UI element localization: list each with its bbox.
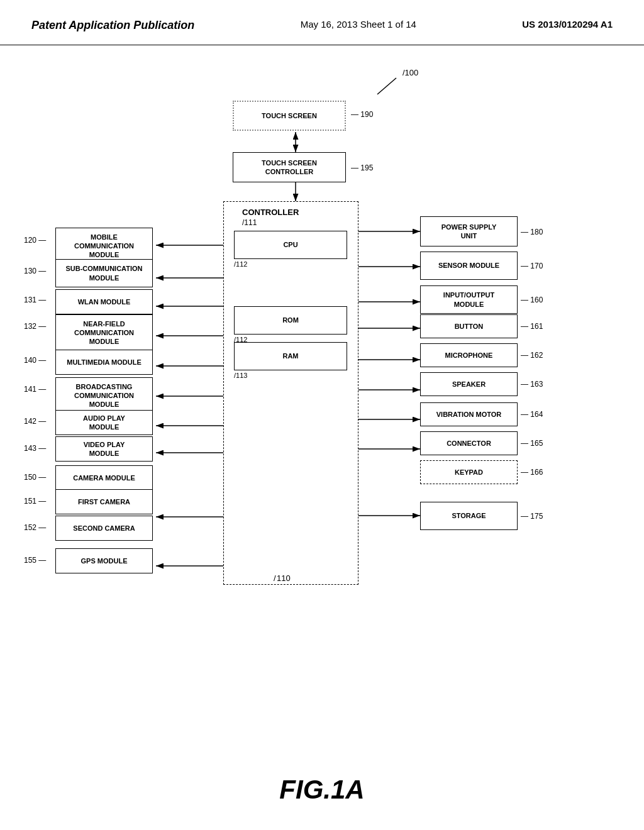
microphone-label: MICROPHONE (445, 351, 493, 360)
keypad-ref: — 166 (521, 468, 543, 477)
vibration-ref: — 164 (521, 410, 543, 419)
multimedia-ref-label: 140 — (24, 356, 46, 365)
tsc-ref: — 195 (351, 163, 373, 172)
audio-label: AUDIO PLAYMODULE (83, 414, 125, 432)
rom-label: ROM (282, 316, 299, 324)
touch-screen-label: TOUCH SCREEN (262, 111, 317, 120)
page: Patent Application Publication May 16, 2… (0, 0, 644, 830)
diagram-area: /100 (0, 45, 644, 706)
power-ref: — 180 (521, 228, 543, 236)
rom-box: ROM (234, 306, 347, 335)
nfc-label: NEAR-FIELDCOMMUNICATIONMODULE (74, 319, 134, 346)
audio-box: AUDIO PLAYMODULE (55, 410, 153, 435)
camera-ref-label: 150 — (24, 473, 46, 482)
first-camera-box: FIRST CAMERA (55, 489, 153, 514)
sensor-box: SENSOR MODULE (420, 252, 518, 280)
sensor-ref: — 170 (521, 262, 543, 270)
ram-ref: /113 (234, 372, 247, 379)
vibration-label: VIBRATION MOTOR (436, 410, 501, 419)
multimedia-label: MULTIMEDIA MODULE (67, 358, 142, 367)
multimedia-box: MULTIMEDIA MODULE (55, 350, 153, 375)
touch-screen-controller-label: TOUCH SCREENCONTROLLER (262, 158, 317, 177)
cpu-box: CPU (234, 231, 347, 259)
sub-comm-ref-label: 130 — (24, 267, 46, 275)
slash-110: / (274, 573, 276, 583)
video-label: VIDEO PLAYMODULE (84, 440, 125, 458)
cpu-label: CPU (283, 240, 297, 249)
camera-module-label: CAMERA MODULE (73, 473, 135, 482)
header: Patent Application Publication May 16, 2… (0, 0, 644, 45)
device-110-ref: 110 (277, 573, 291, 583)
wlan-box: WLAN MODULE (55, 289, 153, 314)
touch-screen-controller-box: TOUCH SCREENCONTROLLER (233, 152, 346, 182)
wlan-label: WLAN MODULE (78, 297, 131, 306)
first-camera-label: FIRST CAMERA (78, 497, 130, 506)
publication-title: Patent Application Publication (31, 19, 194, 32)
second-camera-ref-label: 152 — (24, 523, 46, 532)
patent-number: US 2013/0120294 A1 (522, 19, 613, 30)
second-camera-label: SECOND CAMERA (73, 524, 135, 533)
keypad-box: KEYPAD (420, 460, 518, 484)
connector-label: CONNECTOR (447, 439, 491, 448)
sensor-label: SENSOR MODULE (438, 261, 499, 270)
nfc-ref-label: 132 — (24, 322, 46, 331)
speaker-label: SPEAKER (452, 380, 486, 389)
gps-label: GPS MODULE (81, 556, 128, 565)
touch-screen-box: TOUCH SCREEN (233, 101, 346, 131)
video-ref-label: 143 — (24, 444, 46, 453)
ram-label: RAM (282, 351, 298, 360)
mobile-comm-label: MOBILECOMMUNICATIONMODULE (74, 233, 134, 260)
ram-box: RAM (234, 342, 347, 370)
broadcasting-box: BROADCASTINGCOMMUNICATIONMODULE (55, 377, 153, 414)
io-label: INPUT/OUTPUTMODULE (443, 290, 494, 309)
broadcasting-ref-label: 141 — (24, 385, 46, 394)
second-camera-box: SECOND CAMERA (55, 516, 153, 541)
power-supply-box: POWER SUPPLYUNIT (420, 216, 518, 246)
storage-box: STORAGE (420, 502, 518, 530)
power-supply-label: POWER SUPPLYUNIT (441, 223, 497, 241)
svg-text:/100: /100 (402, 68, 418, 77)
first-camera-ref-label: 151 — (24, 497, 46, 506)
controller-ref: /111 (242, 218, 257, 227)
button-label: BUTTON (455, 322, 484, 331)
camera-module-box: CAMERA MODULE (55, 465, 153, 490)
publication-info: May 16, 2013 Sheet 1 of 14 (301, 19, 416, 30)
sub-comm-box: SUB-COMMUNICATIONMODULE (55, 259, 153, 287)
wlan-ref-label: 131 — (24, 296, 46, 304)
connector-ref: — 165 (521, 439, 543, 448)
nfc-box: NEAR-FIELDCOMMUNICATIONMODULE (55, 314, 153, 351)
button-box: BUTTON (420, 314, 518, 338)
storage-ref: — 175 (521, 512, 543, 521)
audio-ref-label: 142 — (24, 417, 46, 426)
speaker-ref: — 163 (521, 380, 543, 389)
gps-box: GPS MODULE (55, 548, 153, 573)
connector-box: CONNECTOR (420, 431, 518, 455)
mobile-ref-label: 120 — (24, 236, 46, 245)
svg-line-3 (377, 78, 396, 94)
storage-label: STORAGE (452, 511, 486, 520)
figure-title: FIG.1A (279, 775, 364, 805)
broadcasting-label: BROADCASTINGCOMMUNICATIONMODULE (74, 382, 134, 409)
microphone-ref: — 162 (521, 351, 543, 360)
gps-ref-label: 155 — (24, 556, 46, 565)
video-box: VIDEO PLAYMODULE (55, 436, 153, 462)
button-ref: — 161 (521, 322, 543, 331)
vibration-box: VIBRATION MOTOR (420, 402, 518, 426)
controller-label: CONTROLLER (242, 208, 299, 217)
io-module-box: INPUT/OUTPUTMODULE (420, 285, 518, 314)
cpu-ref: /112 (234, 260, 247, 268)
keypad-label: KEYPAD (455, 468, 483, 477)
sub-comm-label: SUB-COMMUNICATIONMODULE (65, 264, 142, 282)
touch-screen-ref: — 190 (351, 110, 373, 119)
io-ref: — 160 (521, 296, 543, 304)
microphone-box: MICROPHONE (420, 343, 518, 367)
speaker-box: SPEAKER (420, 372, 518, 396)
